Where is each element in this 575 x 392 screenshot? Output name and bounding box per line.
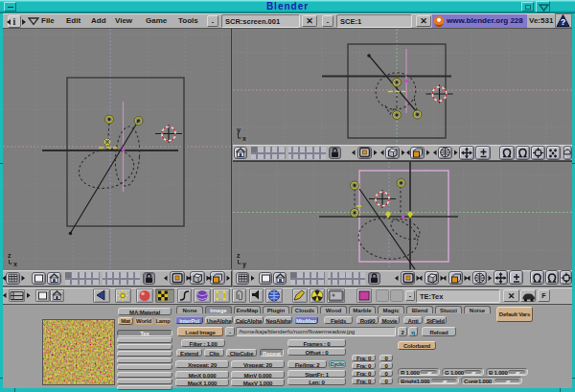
svg-text:y: y: [237, 127, 241, 134]
svg-text:x: x: [242, 135, 246, 142]
svg-text:?: ?: [561, 17, 566, 27]
svg-text:z: z: [8, 252, 12, 259]
svg-text:y: y: [242, 261, 246, 268]
svg-text:z: z: [237, 252, 241, 259]
svg-text:x: x: [13, 261, 17, 267]
